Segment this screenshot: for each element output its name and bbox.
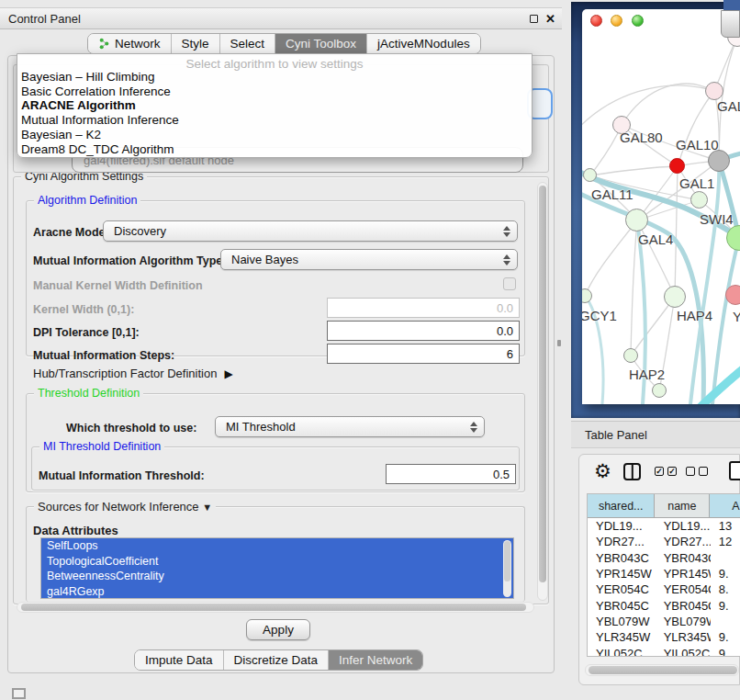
cell: YPR145W (656, 567, 711, 581)
scrollbar-thumb[interactable] (589, 666, 737, 674)
export-table-icon[interactable] (729, 461, 740, 480)
list-item-selfloops[interactable]: SelfLoops (41, 538, 513, 554)
splitter-handle[interactable] (557, 340, 561, 346)
node-gal10[interactable] (708, 150, 730, 172)
list-item-topologicalcoefficient[interactable]: TopologicalCoefficient (41, 554, 513, 570)
column-header-shared-name[interactable]: shared... (588, 494, 655, 517)
deselect-all-checkbox-icon[interactable] (686, 467, 695, 476)
tab-style[interactable]: Style (171, 34, 219, 53)
node-unlabeled-bottom[interactable] (652, 383, 667, 398)
node-red-selected[interactable] (669, 158, 685, 174)
tab-infer-network[interactable]: Infer Network (328, 650, 422, 670)
collapse-arrow-icon[interactable]: ▼ (202, 502, 212, 513)
select-all-checkbox-icon[interactable]: ✓ (655, 467, 664, 476)
table-row[interactable]: YBR045CYBR045C9. (588, 597, 740, 613)
kernel-width-label: Kernel Width (0,1): (33, 303, 134, 316)
hub-definition-toggle[interactable]: Hub/Transcription Factor Definition▶ (33, 367, 233, 380)
mi-steps-field[interactable] (327, 344, 520, 364)
column-header-partial[interactable]: A (710, 494, 740, 517)
mi-threshold-field[interactable] (386, 464, 516, 484)
which-threshold-label: Which threshold to use: (66, 422, 196, 435)
kernel-width-field[interactable] (327, 298, 520, 318)
list-item-gal4rgexp[interactable]: gal4RGexp (41, 584, 513, 599)
menu-item-bayesian-hill-climbing[interactable]: Bayesian – Hill Climbing (17, 70, 532, 85)
tab-discretize-data[interactable]: Discretize Data (223, 650, 329, 670)
cell: YLR345W (656, 630, 711, 644)
panel-title: Control Panel (0, 12, 81, 26)
list-item-betweennesscentrality[interactable]: BetweennessCentrality (41, 569, 513, 584)
stepper-icon (503, 254, 510, 265)
cell: YBR045C (588, 599, 656, 613)
float-window-icon[interactable] (530, 15, 538, 23)
node-gal1[interactable] (690, 191, 708, 209)
table-header-row: shared... name A (588, 494, 740, 518)
node-gal11[interactable] (583, 168, 597, 182)
aracne-mode-select[interactable]: Discovery (103, 220, 518, 242)
popup-prompt: Select algorithm to view settings (17, 54, 532, 70)
toolbar-fragment-combo[interactable] (721, 10, 740, 38)
tab-impute-data[interactable]: Impute Data (135, 650, 223, 670)
table-row[interactable]: YBL079WYBL079W (588, 614, 740, 629)
select-all-checkbox-icon[interactable]: ✓ (667, 467, 677, 476)
node-y-salmon[interactable] (725, 285, 740, 305)
table-row[interactable]: YIL052CYIL052C9. (588, 645, 740, 657)
dock-panel-icon[interactable] (12, 688, 26, 699)
deselect-all-checkbox-icon[interactable] (699, 467, 708, 476)
table-horizontal-scrollbar[interactable] (585, 664, 739, 676)
list-vertical-scrollbar[interactable] (503, 540, 511, 597)
menu-item-dream8[interactable]: Dream8 DC_TDC Algorithm (17, 142, 532, 157)
tab-label: Select (230, 37, 265, 51)
tab-select[interactable]: Select (219, 34, 275, 53)
table-row[interactable]: YER054CYER054C8. (588, 581, 740, 597)
mi-type-label: Mutual Information Algorithm Type: (33, 254, 226, 267)
tab-label: Infer Network (339, 653, 412, 667)
which-threshold-select[interactable]: MI Threshold (215, 416, 485, 437)
menu-item-basic-correlation[interactable]: Basic Correlation Inference (17, 85, 532, 99)
node-hap2[interactable] (623, 348, 638, 363)
cell: 9. (711, 647, 740, 657)
tab-label: Impute Data (145, 653, 213, 667)
table-row[interactable]: YLR345WYLR345W9. (588, 629, 740, 645)
network-edges-canvas[interactable] (582, 9, 740, 404)
table-row[interactable]: YPR145WYPR145W9. (588, 566, 740, 581)
table-row[interactable]: YBR043CYBR043C (588, 550, 740, 566)
tab-jactivemnodules[interactable]: jActiveMNodules (366, 34, 480, 53)
data-attributes-list: SelfLoops TopologicalCoefficient Between… (40, 537, 514, 599)
mi-type-select[interactable]: Naive Bayes (220, 249, 518, 270)
table-row[interactable]: YDL19...YDL19...13 (588, 518, 740, 534)
apply-button[interactable]: Apply (246, 619, 310, 640)
table-panel-title: Table Panel (571, 428, 647, 442)
sources-title[interactable]: Sources for Network Inference ▼ (34, 500, 216, 514)
settings-vertical-scrollbar[interactable] (537, 182, 548, 601)
node-gal4[interactable] (625, 209, 648, 231)
dpi-tolerance-field[interactable] (327, 321, 520, 341)
cell: YDR27... (656, 535, 711, 548)
node-gal2[interactable] (705, 82, 723, 100)
aracne-mode-value: Discovery (114, 224, 166, 238)
tab-cyni-toolbox[interactable]: Cyni Toolbox (275, 34, 366, 53)
bottom-tabbar: Impute Data Discretize Data Infer Networ… (134, 649, 423, 671)
column-layout-icon[interactable] (623, 463, 641, 480)
menu-item-mutual-information[interactable]: Mutual Information Inference (17, 113, 532, 128)
column-header-name[interactable]: name (655, 494, 710, 517)
table-row[interactable]: YDR27...YDR27...12 (588, 534, 740, 549)
tab-label: jActiveMNodules (377, 37, 470, 51)
hub-definition-label: Hub/Transcription Factor Definition (33, 367, 217, 380)
cell: YDL19... (588, 519, 656, 533)
manual-kernel-checkbox[interactable] (503, 277, 516, 290)
scrollbar-thumb[interactable] (21, 604, 526, 611)
expand-arrow-icon[interactable]: ▶ (224, 367, 232, 380)
node-hap4[interactable] (664, 286, 686, 308)
close-icon[interactable]: ✕ (545, 12, 555, 26)
menu-item-bayesian-k2[interactable]: Bayesian – K2 (17, 128, 532, 142)
settings-horizontal-scrollbar[interactable] (17, 602, 534, 613)
scrollbar-thumb[interactable] (504, 541, 510, 581)
gear-icon[interactable]: ⚙ (594, 462, 611, 480)
network-view-window[interactable]: GAL GAL80 GAL10 GAL11 GAL1 SWI4 GAL4 GCY… (582, 9, 740, 404)
tab-network[interactable]: Network (88, 34, 171, 53)
cell: 8. (711, 582, 740, 596)
menu-item-aracne[interactable]: ARACNE Algorithm (17, 98, 532, 113)
scrollbar-thumb[interactable] (539, 186, 546, 582)
threshold-definition-title: Threshold Definition (34, 387, 143, 400)
tab-label: Cyni Toolbox (286, 37, 356, 51)
